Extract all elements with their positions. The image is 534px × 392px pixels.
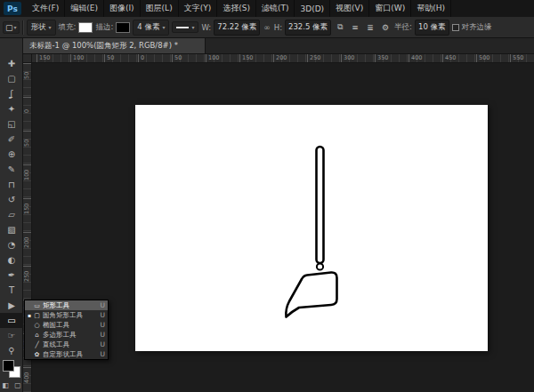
menu-help[interactable]: 帮助(H) [411, 0, 451, 17]
tool-icon: T [9, 285, 14, 295]
shape-icon: ✿ [33, 351, 41, 358]
flyout-polygon-tool[interactable]: ▪ ⌂ 多边形工具 U [25, 330, 108, 340]
path-operations-button[interactable]: ⧉ [334, 21, 346, 34]
path-arrange-button[interactable]: ≣ [364, 21, 376, 34]
quick-selection-tool[interactable]: ✦ [0, 101, 23, 116]
ruler-number: 100 [23, 170, 30, 180]
lasso-tool[interactable]: ʆ [0, 86, 23, 101]
ruler-origin[interactable] [23, 54, 32, 63]
tool-icon: ◐ [8, 255, 16, 265]
flyout-custom-shape-tool[interactable]: ▪ ✿ 自定形状工具 U [25, 349, 108, 359]
menu-view[interactable]: 视图(V) [330, 0, 369, 17]
stroke-style-select[interactable]: ▾ [172, 21, 198, 33]
ruler-tick: 550 [510, 54, 534, 62]
menu-layer[interactable]: 图层(L) [141, 0, 179, 17]
menu-file[interactable]: 文件(F) [27, 0, 65, 17]
radius-input[interactable]: 10 像素 [415, 20, 449, 36]
ruler-tick: 150 [239, 54, 273, 62]
tool-mode-select[interactable]: 形状 ▾ [27, 20, 56, 36]
shape-tools-flyout: ▪ ▭ 矩形工具 U ▪ ▢ 圆角矩形工具 U ▪ ○ 椭圆工具 U ▪ ⌂ [24, 300, 109, 360]
ruler-number: 50 [174, 54, 182, 62]
screen-mode-button[interactable]: ▢ [12, 380, 23, 390]
clone-stamp-tool[interactable]: ⊓ [0, 177, 23, 192]
ruler-number: 250 [23, 271, 30, 282]
stroke-width-select[interactable]: 4 像素 ▾ [133, 20, 169, 36]
gradient-tool[interactable]: ▧ [0, 222, 23, 237]
ruler-tick: 200 [23, 232, 31, 266]
menu-type[interactable]: 文字(Y) [179, 0, 218, 17]
align-edges-checkbox[interactable] [452, 24, 459, 31]
document-tab-title: 未标题-1 @ 100%(圆角矩形 2, RGB/8#) * [29, 41, 178, 52]
shape-tool[interactable]: ▭ [0, 313, 23, 328]
document-tab[interactable]: 未标题-1 @ 100%(圆角矩形 2, RGB/8#) * [23, 38, 206, 53]
flyout-line-tool[interactable]: ▪ ╱ 直线工具 U [25, 340, 108, 349]
dodge-tool[interactable]: ◐ [0, 252, 23, 268]
ruler-number: 150 [39, 54, 50, 62]
crop-tool[interactable]: ◱ [0, 116, 23, 132]
menu-items: 文件(F) 编辑(E) 图像(I) 图层(L) 文字(Y) [27, 0, 451, 17]
type-tool[interactable]: T [0, 283, 23, 298]
menu-item-label: 滤镜(T) [262, 3, 289, 14]
flyout-item-shortcut: U [101, 331, 106, 339]
ruler-tick: 250 [23, 266, 31, 300]
foreground-color-swatch[interactable] [3, 360, 14, 372]
path-alignment-button[interactable]: ≡ [349, 21, 361, 34]
ruler-number: 50 [107, 54, 114, 62]
width-input[interactable]: 72.22 像素 [214, 20, 260, 36]
fill-label: 填充: [59, 22, 77, 33]
menu-select[interactable]: 选择(S) [217, 0, 256, 17]
menu-edit[interactable]: 编辑(E) [65, 0, 104, 17]
chevron-down-icon: ▾ [162, 24, 165, 30]
ruler-tick: 400 [409, 54, 442, 62]
flyout-rounded-rectangle-tool[interactable]: ▪ ▢ 圆角矩形工具 U [25, 310, 108, 320]
flyout-item-shortcut: U [101, 321, 106, 329]
stroke-style-sample [176, 27, 189, 28]
quick-mask-button[interactable]: ◧ [0, 380, 11, 390]
ruler-tick: 100 [23, 164, 31, 198]
menu-image[interactable]: 图像(I) [104, 0, 141, 17]
menu-window[interactable]: 窗口(W) [369, 0, 411, 17]
eyedropper-tool[interactable]: ✐ [0, 132, 23, 147]
broom-drawing [135, 105, 488, 351]
eraser-tool[interactable]: ▱ [0, 207, 23, 222]
pen-tool[interactable]: ✒ [0, 268, 23, 283]
tool-preset-picker[interactable]: ▢ ▾ [3, 21, 20, 34]
canvas[interactable] [135, 105, 488, 351]
path-selection-tool[interactable]: ▶ [0, 298, 23, 313]
ruler-number: 300 [344, 54, 354, 62]
height-input[interactable]: 232.5 像素 [285, 20, 331, 36]
link-dimensions-icon[interactable]: ∞ [263, 23, 271, 32]
brush-tool[interactable]: ✎ [0, 162, 23, 177]
zoom-tool[interactable]: ⚲ [0, 343, 23, 358]
flyout-item-shortcut: U [101, 340, 106, 348]
history-brush-tool[interactable]: ↺ [0, 192, 23, 207]
height-label: H: [274, 23, 282, 32]
fill-swatch[interactable] [78, 22, 93, 33]
healing-brush-tool[interactable]: ⊕ [0, 147, 23, 162]
stroke-swatch[interactable] [116, 22, 130, 33]
ruler-tick: 100 [70, 54, 104, 62]
blur-tool[interactable]: ◔ [0, 237, 23, 252]
menu-3d[interactable]: 3D(D) [295, 0, 330, 17]
shape-icon: ○ [33, 322, 41, 329]
ruler-number: 100 [73, 54, 84, 62]
geometry-options-button[interactable]: ⚙ [379, 21, 392, 34]
tool-icon: ✐ [8, 134, 15, 144]
shape-icon: ⌂ [33, 332, 41, 339]
tool-options-bar: ▢ ▾ 形状 ▾ 填充: 描边: 4 像素 ▾ ▾ W: 72.22 像素 ∞ … [0, 17, 534, 38]
ruler-number: 50 [23, 136, 30, 147]
flyout-rectangle-tool[interactable]: ▪ ▭ 矩形工具 U [25, 300, 108, 310]
flyout-ellipse-tool[interactable]: ▪ ○ 椭圆工具 U [25, 320, 108, 330]
move-tool[interactable]: ✚ [0, 56, 23, 71]
radius-label: 半径: [394, 22, 412, 33]
tool-icon: ▶ [8, 300, 15, 310]
menu-item-label: 视图(V) [336, 3, 363, 14]
ruler-number: 450 [445, 54, 456, 62]
horizontal-ruler[interactable]: 150 100 50 0 50 100 150 [32, 54, 534, 63]
tool-icon: ⊕ [8, 149, 15, 159]
flyout-item-label: 圆角矩形工具 [43, 311, 83, 320]
marquee-tool[interactable]: ▢ [0, 71, 23, 86]
ruler-tick: 50 [23, 131, 31, 164]
menu-filter[interactable]: 滤镜(T) [256, 0, 295, 17]
hand-tool[interactable]: ☞ [0, 328, 23, 343]
